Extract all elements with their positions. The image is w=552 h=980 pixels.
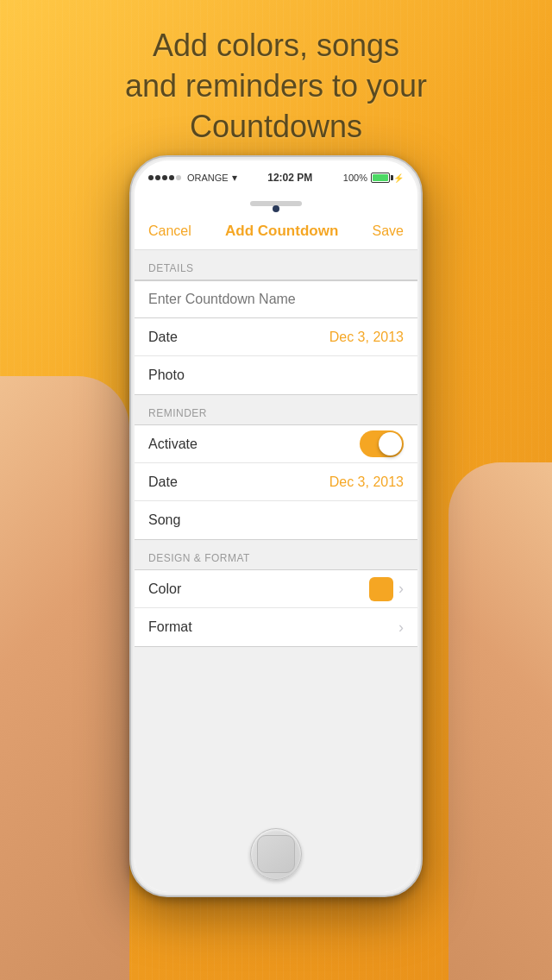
signal-bars xyxy=(148,175,181,180)
save-button[interactable]: Save xyxy=(373,223,404,239)
design-color-row[interactable]: Color › xyxy=(135,570,417,608)
design-format-right: › xyxy=(393,619,404,637)
camera-icon xyxy=(273,205,279,212)
mute-button xyxy=(129,261,130,286)
home-button-inner xyxy=(257,835,295,873)
details-date-value: Dec 3, 2013 xyxy=(329,330,404,345)
header-line3: Countdowns xyxy=(190,109,362,144)
reminder-section-header: REMINDER xyxy=(135,395,417,424)
form-content: DETAILS Date Dec 3, 2013 Photo REMINDER xyxy=(135,250,417,892)
iphone-frame: ORANGE ▾ 12:02 PM 100% ⚡ Cancel Add Coun… xyxy=(129,155,423,897)
chevron-right-icon: › xyxy=(398,580,404,598)
header-text: Add colors, songs and reminders to your … xyxy=(0,26,552,147)
reminder-activate-label: Activate xyxy=(148,437,198,452)
toggle-knob xyxy=(379,432,402,455)
battery-icon xyxy=(371,173,390,183)
battery-percent: 100% xyxy=(343,173,367,183)
reminder-date-label: Date xyxy=(148,474,178,490)
home-button[interactable] xyxy=(250,828,302,880)
battery-fill xyxy=(373,174,388,181)
countdown-name-row[interactable] xyxy=(135,280,417,318)
wifi-icon: ▾ xyxy=(232,172,237,184)
status-time: 12:02 PM xyxy=(267,172,312,184)
signal-dot-2 xyxy=(155,175,160,180)
hand-right xyxy=(448,462,552,980)
reminder-song-label: Song xyxy=(148,512,180,528)
signal-dot-5 xyxy=(176,175,181,180)
details-photo-label: Photo xyxy=(148,368,185,383)
iphone-screen: ORANGE ▾ 12:02 PM 100% ⚡ Cancel Add Coun… xyxy=(135,160,417,892)
battery-body xyxy=(371,173,390,183)
status-right: 100% ⚡ xyxy=(343,173,404,183)
header-line2: and reminders to your xyxy=(125,68,427,104)
cancel-button[interactable]: Cancel xyxy=(148,223,191,239)
details-date-label: Date xyxy=(148,330,178,345)
details-section-header: DETAILS xyxy=(135,250,417,280)
reminder-date-value: Dec 3, 2013 xyxy=(329,474,404,490)
design-color-right: › xyxy=(369,577,404,601)
navigation-bar: Cancel Add Countdown Save xyxy=(135,212,417,250)
color-swatch[interactable] xyxy=(369,577,393,601)
countdown-name-input[interactable] xyxy=(148,292,404,307)
signal-dot-4 xyxy=(169,175,174,180)
volume-down-button xyxy=(129,351,130,394)
design-section-body: Color › Format › xyxy=(135,569,417,647)
status-bar: ORANGE ▾ 12:02 PM 100% ⚡ xyxy=(135,160,417,195)
design-format-row[interactable]: Format › xyxy=(135,608,417,646)
header-line1: Add colors, songs xyxy=(153,28,399,63)
details-date-row[interactable]: Date Dec 3, 2013 xyxy=(135,318,417,356)
chevron-right-icon-2: › xyxy=(398,619,404,637)
details-photo-row[interactable]: Photo xyxy=(135,356,417,394)
design-section-header: DESIGN & FORMAT xyxy=(135,540,417,569)
hand-left xyxy=(0,376,129,980)
volume-up-button xyxy=(129,299,130,342)
nav-title: Add Countdown xyxy=(225,223,338,240)
status-left: ORANGE ▾ xyxy=(148,172,237,184)
power-button xyxy=(422,308,423,364)
reminder-date-row[interactable]: Date Dec 3, 2013 xyxy=(135,463,417,501)
signal-dot-1 xyxy=(148,175,154,180)
bottom-spacer xyxy=(135,647,417,673)
reminder-activate-row[interactable]: Activate xyxy=(135,425,417,463)
reminder-song-row[interactable]: Song xyxy=(135,501,417,539)
carrier-name: ORANGE xyxy=(187,173,229,183)
charge-icon: ⚡ xyxy=(393,173,404,183)
reminder-section-body: Activate Date Dec 3, 2013 Song xyxy=(135,424,417,540)
activate-toggle[interactable] xyxy=(360,430,404,457)
design-format-label: Format xyxy=(148,619,192,635)
details-section-body: Date Dec 3, 2013 Photo xyxy=(135,280,417,395)
design-color-label: Color xyxy=(148,581,181,597)
signal-dot-3 xyxy=(162,175,167,180)
